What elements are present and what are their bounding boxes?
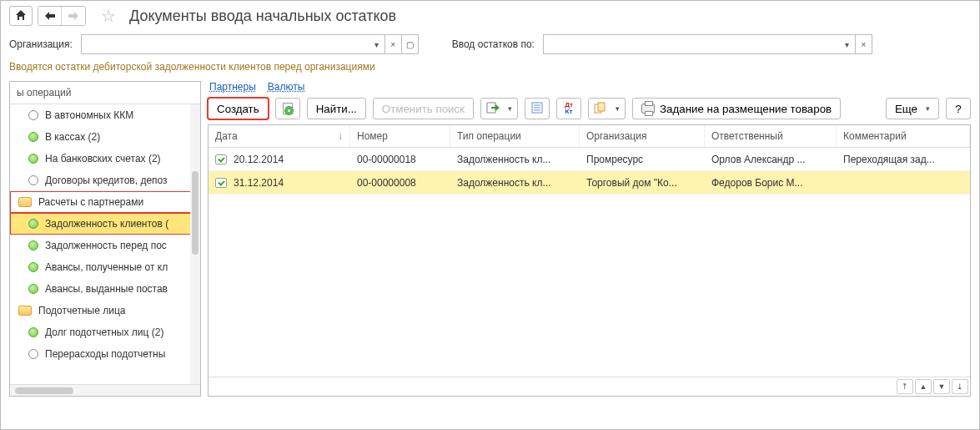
tree-item[interactable]: Перерасходы подотчетны (10, 343, 200, 365)
copy-button[interactable] (275, 98, 300, 119)
tree-item[interactable]: Авансы, полученные от кл (10, 256, 200, 278)
tree-item-label: Задолженность перед пос (45, 240, 197, 251)
tree-item-label: Долг подотчетных лиц (2) (45, 326, 197, 338)
folder-icon (18, 197, 32, 207)
col-number[interactable]: Номер (350, 125, 450, 147)
tree-item[interactable]: Долг подотчетных лиц (2) (10, 321, 200, 343)
arrow-left-icon (45, 10, 55, 23)
forward-button[interactable] (62, 7, 85, 25)
tree-hscroll-thumb[interactable] (15, 387, 73, 394)
tab-partners[interactable]: Партнеры (209, 81, 256, 93)
cell-org: Торговый дом "Ко... (580, 177, 705, 189)
grid-body: 20.12.201400-00000018Задолженность кл...… (209, 148, 970, 377)
cell-text: Задолженность кл... (457, 177, 550, 189)
arrow-right-icon (68, 10, 78, 23)
documents-grid: Дата Номер Тип операции Организация Отве… (208, 124, 971, 397)
balance-dropdown-button[interactable]: ▾ (839, 34, 856, 54)
tree-vscroll-thumb[interactable] (192, 171, 199, 255)
home-icon (15, 9, 27, 23)
documents-panel: Партнеры Валюты Создать Найти... Отменит… (208, 81, 971, 397)
basis-button[interactable] (588, 98, 626, 119)
status-dot-empty-icon (28, 175, 38, 185)
help-button[interactable]: ? (946, 98, 971, 119)
dtkt-button[interactable]: ДтКт (556, 98, 581, 119)
x-icon: × (862, 40, 867, 49)
balance-combo: ▾ × (543, 34, 872, 54)
balance-label: Ввод остатков по: (452, 38, 535, 50)
cell-resp: Орлов Александр ... (705, 154, 837, 165)
tree-item-label: В автономных ККМ (45, 109, 197, 121)
double-down-icon: ⤓ (957, 382, 963, 391)
favorite-star-icon[interactable]: ☆ (101, 6, 116, 26)
col-date[interactable]: Дата (209, 125, 350, 147)
find-button[interactable]: Найти... (307, 98, 366, 119)
tree-item-label: Авансы, полученные от кл (45, 261, 197, 273)
cell-type: Задолженность кл... (450, 154, 580, 165)
col-org[interactable]: Организация (580, 125, 705, 147)
table-row[interactable]: 20.12.201400-00000018Задолженность кл...… (209, 148, 970, 171)
cell-text: Торговый дом "Ко... (586, 177, 677, 189)
tree-item-label: Расчеты с партнерами (38, 196, 197, 208)
tree-item-label: Авансы, выданные постав (45, 283, 197, 295)
cell-date: 20.12.2014 (209, 154, 350, 165)
status-dot-green-icon (28, 154, 38, 164)
x-icon: × (390, 40, 395, 49)
folder-icon (18, 306, 32, 316)
org-open-button[interactable]: ▢ (402, 34, 419, 54)
posted-icon (215, 154, 227, 164)
find-label: Найти... (316, 103, 357, 115)
tab-currencies[interactable]: Валюты (268, 81, 305, 93)
tree-item[interactable]: Договоры кредитов, депоз (10, 169, 200, 191)
balance-clear-button[interactable]: × (856, 34, 872, 54)
tree-folder[interactable]: Подотчетные лица (10, 300, 200, 321)
tree-item-label: Задолженность клиентов ( (45, 218, 197, 230)
cancel-search-label: Отменить поиск (382, 103, 465, 115)
cell-org: Промресурс (580, 154, 705, 165)
org-dropdown-button[interactable]: ▾ (369, 34, 385, 54)
tree-item[interactable]: В автономных ККМ (10, 104, 200, 126)
placement-task-button[interactable]: Задание на размещение товаров (632, 98, 841, 119)
status-dot-green-icon (28, 219, 38, 229)
tree-folder[interactable]: Расчеты с партнерами (10, 191, 200, 213)
cell-number: 00-00000018 (350, 154, 450, 165)
org-clear-button[interactable]: × (385, 34, 402, 54)
tree-item[interactable]: В кассах (2) (10, 126, 200, 148)
tree-item[interactable]: Задолженность клиентов ( (10, 213, 200, 235)
hint-text: Вводятся остатки дебиторской задолженнос… (9, 59, 971, 81)
tree-item-label: Подотчетные лица (38, 305, 197, 316)
status-dot-green-icon (28, 327, 38, 337)
col-resp[interactable]: Ответственный (705, 125, 837, 147)
scroll-down-button[interactable]: ▼ (933, 379, 950, 394)
col-comment[interactable]: Комментарий (837, 125, 970, 147)
back-button[interactable] (38, 7, 62, 25)
cell-text: Задолженность кл... (457, 154, 550, 165)
cancel-search-button[interactable]: Отменить поиск (373, 98, 474, 119)
toolbar: Создать Найти... Отменить поиск (208, 98, 971, 124)
cell-comment: Переходящая зад... (837, 154, 970, 165)
create-button[interactable]: Создать (208, 98, 269, 119)
org-input[interactable] (81, 34, 369, 54)
down-icon: ▼ (938, 382, 946, 391)
chevron-down-icon: ▾ (845, 40, 849, 49)
grid-header: Дата Номер Тип операции Организация Отве… (209, 125, 970, 148)
table-row[interactable]: 31.12.201400-00000008Задолженность кл...… (209, 171, 970, 195)
cell-text: Промресурс (586, 154, 643, 165)
post-status-button[interactable] (480, 98, 518, 119)
home-button[interactable] (9, 6, 33, 26)
help-label: ? (955, 103, 961, 115)
scroll-top-button[interactable]: ⤒ (897, 379, 913, 394)
tree-item-label: Договоры кредитов, депоз (45, 175, 197, 186)
tree-vscrollbar[interactable] (190, 104, 200, 384)
scroll-bottom-button[interactable]: ⤓ (952, 379, 968, 394)
col-type[interactable]: Тип операции (450, 125, 580, 147)
cell-text: 20.12.2014 (234, 154, 284, 165)
tree-item[interactable]: Авансы, выданные постав (10, 278, 200, 300)
balance-input[interactable] (543, 34, 839, 54)
tree-hscrollbar[interactable] (10, 384, 200, 396)
more-button[interactable]: Еще (886, 98, 939, 119)
tree-item[interactable]: На банковских счетах (2) (10, 148, 200, 169)
tree-item[interactable]: Задолженность перед пос (10, 235, 200, 256)
page-title: Документы ввода начальных остатков (129, 8, 396, 25)
scroll-up-button[interactable]: ▲ (915, 379, 932, 394)
report-button[interactable] (525, 98, 550, 119)
